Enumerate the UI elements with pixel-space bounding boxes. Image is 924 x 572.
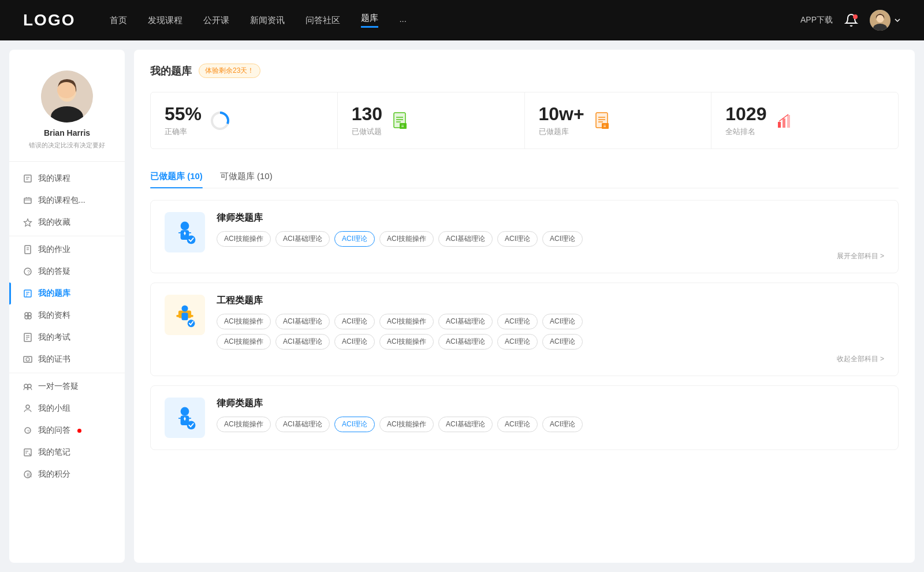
l2-tag-2-active[interactable]: ACI理论 [334, 417, 375, 432]
tag-3[interactable]: ACI技能操作 [379, 231, 434, 247]
sidebar-item-homework[interactable]: 我的作业 [9, 239, 125, 261]
sidebar-item-group[interactable]: 我的小组 [9, 398, 125, 419]
qbank-info-engineer: 工程类题库 ACI技能操作 ACI基础理论 ACI理论 ACI技能操作 ACI基… [217, 295, 884, 364]
svg-rect-62 [778, 122, 781, 128]
tag-4[interactable]: ACI基础理论 [438, 231, 493, 247]
l2-tag-4[interactable]: ACI基础理论 [438, 417, 493, 432]
l2-tag-6[interactable]: ACI理论 [542, 417, 583, 432]
sidebar-item-qbank[interactable]: 我的题库 [9, 283, 125, 304]
trial-badge: 体验剩余23天！ [199, 64, 260, 78]
l2-tag-5[interactable]: ACI理论 [497, 417, 538, 432]
tab-done-banks[interactable]: 已做题库 (10) [150, 165, 203, 188]
eng-tag-r2-6[interactable]: ACI理论 [542, 334, 583, 350]
sidebar-item-course[interactable]: 我的课程 [9, 168, 125, 190]
stat-banks-value: 10w+ [539, 104, 584, 124]
eng-tag-r2-5[interactable]: ACI理论 [497, 334, 538, 350]
profile-name: Brian Harris [44, 128, 90, 138]
l2-tag-1[interactable]: ACI基础理论 [275, 417, 330, 432]
main-content: 我的题库 体验剩余23天！ 55% 正确率 [125, 40, 924, 572]
sidebar-item-note[interactable]: 我的笔记 [9, 441, 125, 463]
expand-link-lawyer-1[interactable]: 展开全部科目 > [217, 251, 884, 261]
sidebar-item-myqa[interactable]: ? 我的问答 [9, 419, 125, 441]
user-avatar-menu[interactable] [870, 10, 901, 31]
tab-available-banks[interactable]: 可做题库 (10) [220, 165, 273, 188]
qbank-logo-lawyer [165, 212, 205, 252]
eng-tag-2[interactable]: ACI理论 [334, 314, 375, 329]
eng-tag-3[interactable]: ACI技能操作 [379, 314, 434, 329]
svg-point-69 [187, 236, 196, 244]
eng-tag-r2-2[interactable]: ACI理论 [334, 334, 375, 350]
stat-accuracy-label: 正确率 [165, 127, 202, 137]
nav-more[interactable]: ··· [399, 16, 407, 25]
eng-tag-r2-1[interactable]: ACI基础理论 [275, 334, 330, 350]
svg-rect-64 [787, 115, 790, 128]
points-icon: 积 [23, 470, 32, 479]
sidebar-item-qa[interactable]: ? 我的答疑 [9, 261, 125, 283]
stat-banks-label: 已做题库 [539, 127, 584, 137]
page-title: 我的题库 [150, 64, 192, 78]
tag-5[interactable]: ACI理论 [497, 231, 538, 247]
stat-rank-text: 1029 全站排名 [725, 104, 766, 137]
tag-6[interactable]: ACI理论 [542, 231, 583, 247]
svg-point-37 [26, 405, 29, 408]
l2-tag-0[interactable]: ACI技能操作 [217, 417, 271, 432]
sidebar-item-oneone[interactable]: 一对一答疑 [9, 376, 125, 398]
sidebar-item-favorite[interactable]: 我的收藏 [9, 211, 125, 233]
sidebar-label-favorite: 我的收藏 [38, 217, 70, 228]
sidebar-item-points[interactable]: 积 我的积分 [9, 463, 125, 485]
eng-tag-r2-0[interactable]: ACI技能操作 [217, 334, 271, 350]
stat-banks-text: 10w+ 已做题库 [539, 104, 584, 137]
notification-bell[interactable] [844, 13, 858, 27]
tag-2-active[interactable]: ACI理论 [334, 231, 375, 247]
nav-courses[interactable]: 发现课程 [148, 15, 182, 26]
nav-links: 首页 发现课程 公开课 新闻资讯 问答社区 题库 ··· [110, 13, 800, 28]
logo[interactable]: LOGO [23, 11, 75, 29]
sidebar-menu: 我的课程 我的课程包... 我的收藏 [9, 168, 125, 491]
stats-row: 55% 正确率 130 已做试题 [150, 92, 899, 149]
course-icon [23, 174, 32, 183]
qbank-tags-lawyer-2: ACI技能操作 ACI基础理论 ACI理论 ACI技能操作 ACI基础理论 AC… [217, 417, 884, 432]
stat-done-questions: 130 已做试题 ≡ [338, 92, 525, 148]
stat-accuracy-value: 55% [165, 104, 202, 124]
svg-rect-74 [181, 313, 188, 320]
stat-rank-value: 1029 [725, 104, 766, 124]
sidebar-item-exam[interactable]: 我的考试 [9, 326, 125, 348]
svg-point-47 [215, 116, 225, 125]
nav-home[interactable]: 首页 [110, 15, 127, 26]
svg-point-76 [181, 407, 189, 416]
stat-done-banks: 10w+ 已做题库 ≡ [525, 92, 712, 148]
svg-point-0 [853, 14, 858, 19]
app-download[interactable]: APP下载 [800, 15, 833, 25]
stat-accuracy: 55% 正确率 [151, 92, 338, 148]
eng-tag-r2-3[interactable]: ACI技能操作 [379, 334, 434, 350]
sidebar-label-group: 我的小组 [38, 403, 70, 414]
l2-tag-3[interactable]: ACI技能操作 [379, 417, 434, 432]
nav-qa[interactable]: 问答社区 [305, 15, 340, 26]
star-icon [23, 218, 32, 227]
profile-avatar [41, 70, 93, 122]
nav-qbank[interactable]: 题库 [361, 13, 378, 28]
eng-tag-r2-4[interactable]: ACI基础理论 [438, 334, 493, 350]
eng-tag-4[interactable]: ACI基础理论 [438, 314, 493, 329]
sidebar-label-myqa: 我的问答 [38, 425, 70, 436]
eng-tag-5[interactable]: ACI理论 [497, 314, 538, 329]
profile-motto: 错误的决定比没有决定要好 [29, 141, 105, 150]
nav-open[interactable]: 公开课 [203, 15, 229, 26]
collapse-link-engineer[interactable]: 收起全部科目 > [217, 354, 884, 364]
sidebar-item-package[interactable]: 我的课程包... [9, 190, 125, 211]
tag-0[interactable]: ACI技能操作 [217, 231, 271, 247]
pie-chart-icon [210, 110, 230, 131]
sidebar-item-cert[interactable]: 我的证书 [9, 348, 125, 370]
sidebar-item-material[interactable]: 我的资料 [9, 304, 125, 326]
cert-icon [23, 355, 32, 364]
eng-tag-6[interactable]: ACI理论 [542, 314, 583, 329]
eng-tag-0[interactable]: ACI技能操作 [217, 314, 271, 329]
package-icon [23, 196, 32, 205]
eng-tag-1[interactable]: ACI基础理论 [275, 314, 330, 329]
svg-rect-63 [783, 118, 785, 128]
doc-green-icon: ≡ [390, 110, 411, 131]
nav-news[interactable]: 新闻资讯 [250, 15, 285, 26]
svg-text:≡: ≡ [401, 124, 404, 129]
doc-orange-icon: ≡ [593, 110, 613, 131]
tag-1[interactable]: ACI基础理论 [275, 231, 330, 247]
